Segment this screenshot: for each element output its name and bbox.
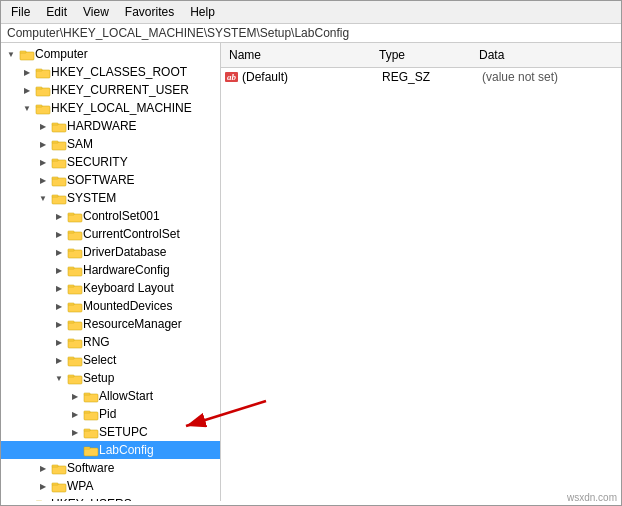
tree-item-sam[interactable]: SAM <box>1 135 220 153</box>
tree-panel[interactable]: Computer HKEY_CLASSES_ROOT HKEY_CURRENT_… <box>1 43 221 501</box>
address-bar: Computer\HKEY_LOCAL_MACHINE\SYSTEM\Setup… <box>1 24 622 43</box>
software-hklm-label: SOFTWARE <box>67 173 135 187</box>
expand-controlset001[interactable] <box>51 208 67 224</box>
pid-label: Pid <box>99 407 116 421</box>
tree-item-controlset001[interactable]: ControlSet001 <box>1 207 220 225</box>
tree-item-software-hklm[interactable]: SOFTWARE <box>1 171 220 189</box>
expand-currentcontrolset[interactable] <box>51 226 67 242</box>
svg-rect-5 <box>36 87 42 89</box>
computer-label: Computer <box>35 47 88 61</box>
allowstart-label: AllowStart <box>99 389 153 403</box>
tree-item-setup[interactable]: Setup <box>1 369 220 387</box>
expand-system[interactable] <box>35 190 51 206</box>
expand-keyboardlayout[interactable] <box>51 280 67 296</box>
driverdatabase-label: DriverDatabase <box>83 245 166 259</box>
tree-item-keyboardlayout[interactable]: Keyboard Layout <box>1 279 220 297</box>
tree-item-hkcu[interactable]: HKEY_CURRENT_USER <box>1 81 220 99</box>
column-headers: Name Type Data <box>221 43 622 68</box>
menu-bar: File Edit View Favorites Help <box>1 1 622 24</box>
svg-rect-27 <box>68 285 74 287</box>
tree-item-mounteddevices[interactable]: MountedDevices <box>1 297 220 315</box>
folder-allowstart-icon <box>83 390 99 403</box>
tree-item-allowstart[interactable]: AllowStart <box>1 387 220 405</box>
registry-row-default[interactable]: ab (Default) REG_SZ (value not set) <box>221 68 622 86</box>
expand-mounteddevices[interactable] <box>51 298 67 314</box>
reg-name-default: (Default) <box>242 70 382 84</box>
svg-rect-41 <box>84 411 90 413</box>
tree-item-security[interactable]: SECURITY <box>1 153 220 171</box>
tree-item-resourcemanager[interactable]: ResourceManager <box>1 315 220 333</box>
folder-wpa-icon <box>51 480 67 493</box>
folder-hardware-icon <box>51 120 67 133</box>
svg-rect-37 <box>68 375 74 377</box>
tree-item-pid[interactable]: Pid <box>1 405 220 423</box>
resourcemanager-label: ResourceManager <box>83 317 182 331</box>
expand-hardware[interactable] <box>35 118 51 134</box>
expand-select[interactable] <box>51 352 67 368</box>
tree-item-hardwareconfig[interactable]: HardwareConfig <box>1 261 220 279</box>
expand-hku[interactable] <box>19 496 35 501</box>
folder-controlset001-icon <box>67 210 83 223</box>
svg-rect-49 <box>52 483 58 485</box>
expand-hklm[interactable] <box>19 100 35 116</box>
tree-item-labconfig[interactable]: LabConfig <box>1 441 220 459</box>
col-header-data: Data <box>471 46 622 64</box>
expand-rng[interactable] <box>51 334 67 350</box>
tree-item-currentcontrolset[interactable]: CurrentControlSet <box>1 225 220 243</box>
expand-hkcu[interactable] <box>19 82 35 98</box>
tree-item-hkcr[interactable]: HKEY_CLASSES_ROOT <box>1 63 220 81</box>
tree-item-hklm[interactable]: HKEY_LOCAL_MACHINE <box>1 99 220 117</box>
tree-item-wpa[interactable]: WPA <box>1 477 220 495</box>
setup-label: Setup <box>83 371 114 385</box>
menu-help[interactable]: Help <box>184 3 221 21</box>
tree-item-softwarehklm[interactable]: Software <box>1 459 220 477</box>
expand-setup[interactable] <box>51 370 67 386</box>
tree-root[interactable]: Computer <box>1 45 220 63</box>
svg-rect-11 <box>52 141 58 143</box>
expand-resourcemanager[interactable] <box>51 316 67 332</box>
folder-keyboardlayout-icon <box>67 282 83 295</box>
tree-item-hardware[interactable]: HARDWARE <box>1 117 220 135</box>
reg-type-default: REG_SZ <box>382 70 482 84</box>
main-container: Computer HKEY_CLASSES_ROOT HKEY_CURRENT_… <box>1 43 622 501</box>
expand-security[interactable] <box>35 154 51 170</box>
folder-software-hklm-icon <box>51 174 67 187</box>
expand-sam[interactable] <box>35 136 51 152</box>
svg-rect-47 <box>52 465 58 467</box>
menu-file[interactable]: File <box>5 3 36 21</box>
svg-rect-19 <box>68 213 74 215</box>
expand-hkcr[interactable] <box>19 64 35 80</box>
menu-view[interactable]: View <box>77 3 115 21</box>
hkcr-label: HKEY_CLASSES_ROOT <box>51 65 187 79</box>
expand-setupc[interactable] <box>67 424 83 440</box>
rng-label: RNG <box>83 335 110 349</box>
folder-driverdatabase-icon <box>67 246 83 259</box>
expand-wpa[interactable] <box>35 478 51 494</box>
folder-mounteddevices-icon <box>67 300 83 313</box>
tree-item-driverdatabase[interactable]: DriverDatabase <box>1 243 220 261</box>
folder-select-icon <box>67 354 83 367</box>
svg-rect-39 <box>84 393 90 395</box>
expand-driverdatabase[interactable] <box>51 244 67 260</box>
folder-pid-icon <box>83 408 99 421</box>
expand-computer[interactable] <box>3 46 19 62</box>
tree-item-rng[interactable]: RNG <box>1 333 220 351</box>
expand-allowstart[interactable] <box>67 388 83 404</box>
tree-item-system[interactable]: SYSTEM <box>1 189 220 207</box>
expand-softwarehklm[interactable] <box>35 460 51 476</box>
tree-item-select[interactable]: Select <box>1 351 220 369</box>
tree-item-setupc[interactable]: SETUPC <box>1 423 220 441</box>
mounteddevices-label: MountedDevices <box>83 299 172 313</box>
system-label: SYSTEM <box>67 191 116 205</box>
menu-favorites[interactable]: Favorites <box>119 3 180 21</box>
expand-hardwareconfig[interactable] <box>51 262 67 278</box>
expand-software-hklm[interactable] <box>35 172 51 188</box>
hku-label: HKEY_USERS <box>51 497 132 501</box>
expand-pid[interactable] <box>67 406 83 422</box>
folder-sam-icon <box>51 138 67 151</box>
tree-item-hku[interactable]: HKEY_USERS <box>1 495 220 501</box>
folder-currentcontrolset-icon <box>67 228 83 241</box>
expand-labconfig[interactable] <box>67 442 83 458</box>
svg-rect-23 <box>68 249 74 251</box>
menu-edit[interactable]: Edit <box>40 3 73 21</box>
